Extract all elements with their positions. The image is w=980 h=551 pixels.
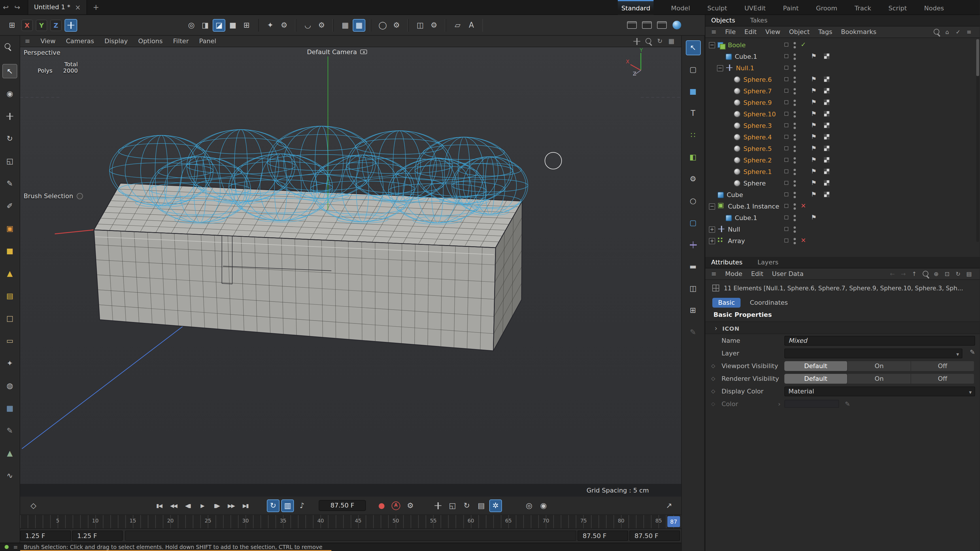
annotation-pencil-icon[interactable]: ✎ (686, 325, 700, 340)
playhead[interactable]: 87 (667, 516, 680, 527)
layer-toggle-icon[interactable] (784, 123, 788, 127)
layout-tab-nodes[interactable]: Nodes (924, 0, 944, 15)
visibility-dots-icon[interactable] (794, 157, 796, 160)
range-start-field-2[interactable]: 1.25 F (72, 530, 123, 541)
sound-icon[interactable]: ♪ (296, 499, 308, 512)
layer-field[interactable]: ▾ (784, 348, 963, 358)
brush-selection-icon[interactable]: ◉ (2, 86, 17, 101)
visibility-default-button[interactable]: Default (784, 361, 848, 371)
object-manager-menu-icon[interactable]: ≡ (711, 28, 716, 36)
visibility-dots-icon[interactable] (794, 238, 796, 240)
layer-toggle-icon[interactable] (784, 135, 788, 139)
goto-end-icon[interactable]: ▶▮ (239, 499, 252, 512)
layer-toggle-icon[interactable] (784, 54, 788, 58)
enabled-check-icon[interactable]: ✓ (799, 39, 808, 51)
snap-grid-icon[interactable]: ▦ (353, 19, 365, 32)
viewport-menu-view[interactable]: View (40, 37, 55, 45)
cube-primitive-icon[interactable]: ■ (2, 244, 17, 258)
object-name[interactable]: Sphere.1 (743, 168, 772, 175)
viewport-menu-display[interactable]: Display (104, 37, 128, 45)
object-row[interactable]: −Cube.1 Instance✕ (705, 200, 980, 212)
phong-tag-icon[interactable]: ⚑ (811, 53, 817, 60)
range-start-field[interactable]: 1.25 F (20, 530, 71, 541)
expander-icon[interactable]: − (709, 203, 715, 210)
texture-tag-icon[interactable] (824, 87, 830, 94)
object-row[interactable]: Sphere.2⚑ (705, 154, 980, 166)
spline-icon[interactable]: ∿ (2, 468, 17, 483)
object-name[interactable]: Sphere.7 (743, 87, 772, 95)
object-axis-icon[interactable]: ▢ (686, 216, 700, 230)
axis-y-toggle[interactable]: Y (36, 19, 47, 31)
close-tab-icon[interactable]: × (75, 3, 81, 11)
visibility-dots-icon[interactable] (794, 76, 796, 79)
am-menu-mode[interactable]: Mode (725, 270, 742, 278)
phong-tag-icon[interactable]: ⚑ (811, 180, 817, 187)
layer-toggle-icon[interactable] (784, 204, 788, 208)
search-icon[interactable] (920, 269, 930, 279)
phong-tag-icon[interactable]: ⚑ (811, 99, 817, 106)
object-name[interactable]: Sphere.6 (743, 76, 772, 83)
disabled-x-icon[interactable]: ✕ (799, 200, 808, 212)
record-keyframe-icon[interactable]: ● (375, 499, 388, 512)
om-menu-bookmarks[interactable]: Bookmarks (841, 28, 877, 36)
panel-menu-icon[interactable]: ▤ (964, 269, 974, 279)
om-menu-file[interactable]: File (725, 28, 736, 36)
panel-menu-icon[interactable]: ≡ (964, 27, 974, 37)
layer-toggle-icon[interactable] (784, 146, 788, 150)
preview-range-icon[interactable]: ▥ (281, 499, 294, 512)
object-row[interactable]: Cube.1⚑ (705, 51, 980, 62)
object-name[interactable]: Sphere.9 (743, 99, 772, 106)
rotate-icon[interactable]: ↻ (2, 131, 17, 146)
section-tab-coordinates[interactable]: Coordinates (744, 297, 794, 307)
phong-tag-icon[interactable]: ⚑ (811, 168, 817, 175)
texture-tag-icon[interactable] (824, 53, 830, 59)
layer-toggle-icon[interactable] (784, 112, 788, 116)
texture-tag-icon[interactable] (824, 180, 830, 186)
cylinder-icon[interactable]: ◍ (2, 378, 17, 393)
viewport-menu-filter[interactable]: Filter (173, 37, 189, 45)
phong-tag-icon[interactable]: ⚑ (811, 145, 817, 152)
timeline-expand-icon[interactable]: ↗ (663, 499, 675, 512)
magnet-icon[interactable]: ◡ (301, 19, 314, 32)
symmetry-settings-icon[interactable]: ⚙ (428, 19, 440, 32)
keyframe-selection-icon[interactable]: ◉ (537, 499, 550, 512)
record-parameter-icon[interactable]: ▤ (475, 499, 488, 512)
visibility-dots-icon[interactable] (794, 192, 796, 194)
object-name[interactable]: Array (728, 237, 745, 245)
layer-toggle-icon[interactable] (784, 100, 788, 104)
frame-mode-icon[interactable]: ▢ (686, 62, 700, 77)
section-tab-basic[interactable]: Basic (712, 297, 741, 307)
phong-tag-icon[interactable]: ⚑ (811, 191, 817, 198)
symmetry-icon[interactable]: ◫ (414, 19, 426, 32)
prev-key-icon[interactable]: ◀◀ (167, 499, 180, 512)
layer-toggle-icon[interactable] (784, 227, 788, 231)
visibility-dots-icon[interactable] (794, 146, 796, 148)
om-menu-object[interactable]: Object (789, 28, 810, 36)
ngon-mode-icon[interactable]: ○ (686, 194, 700, 208)
search-icon[interactable] (2, 41, 17, 56)
layer-toggle-icon[interactable] (784, 43, 788, 47)
magnet-settings-icon[interactable]: ⚙ (315, 19, 328, 32)
key-diamond-icon[interactable]: ◇ (711, 376, 715, 381)
coordinate-system-icon[interactable]: ◎ (185, 19, 198, 32)
object-row[interactable]: +Null (705, 224, 980, 235)
viewport-menu-icon[interactable]: ≡ (25, 37, 30, 45)
phong-tag-icon[interactable]: ⚑ (811, 157, 817, 164)
view-pan-icon[interactable] (632, 36, 642, 46)
autokey-icon[interactable] (390, 499, 402, 512)
up-arrow-icon[interactable]: ↑ (909, 269, 919, 279)
phong-tag-icon[interactable]: ⚑ (811, 122, 817, 129)
layer-toggle-icon[interactable] (784, 238, 788, 243)
modeling-mode-icon[interactable]: ◪ (213, 19, 225, 32)
expander-icon[interactable]: − (717, 65, 723, 71)
model-mode-icon[interactable]: ■ (686, 84, 700, 99)
lock-icon[interactable]: ⊡ (942, 269, 952, 279)
edge-mode-icon[interactable]: ◧ (686, 150, 700, 165)
layout-preset-icon-2[interactable] (640, 19, 653, 32)
visibility-dots-icon[interactable] (794, 134, 796, 137)
object-row[interactable]: Sphere.5⚑ (705, 143, 980, 154)
viewport-canvas[interactable]: Perspective Total Polys2000 Default Came… (20, 47, 681, 497)
visibility-off-button[interactable]: Off (911, 361, 974, 371)
expander-icon[interactable]: + (709, 238, 715, 244)
object-name[interactable]: Sphere.3 (743, 122, 772, 129)
